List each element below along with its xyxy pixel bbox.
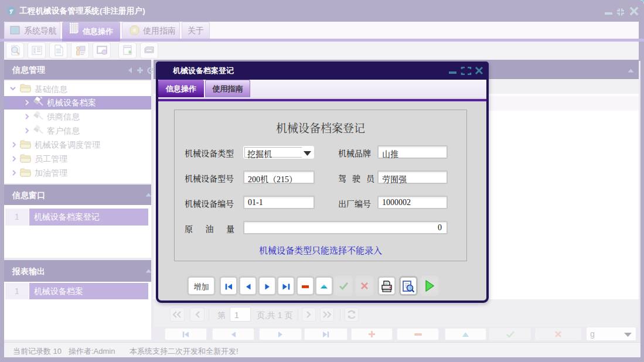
svg-text:y: y xyxy=(9,8,12,14)
